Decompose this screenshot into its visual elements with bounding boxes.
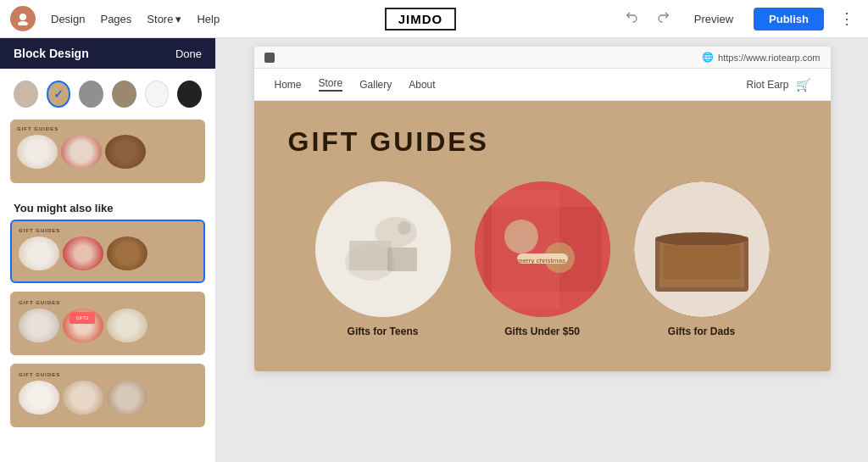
svg-text:merry christmas: merry christmas [517, 257, 565, 264]
brand-logo: JIMDO [385, 8, 457, 31]
sidebar-title: Block Design [14, 47, 89, 60]
site-nav: Home Store Gallery About Riot Earp 🛒 [254, 69, 831, 101]
url-text: https://www.riotearp.com [718, 53, 820, 63]
nav-help[interactable]: Help [197, 13, 220, 25]
sugg3-img1 [19, 381, 59, 415]
hero-title: GIFT GUIDES [288, 126, 797, 158]
browser-url-bar: 🌐 https://www.riotearp.com [702, 52, 820, 63]
sugg2-img3 [107, 309, 147, 342]
gift-circle-3 [634, 181, 770, 317]
nav-pages[interactable]: Pages [100, 13, 131, 25]
gift-label-2: Gifts Under $50 [504, 326, 580, 337]
gift-item-3: Gifts for Dads [634, 181, 770, 337]
nav-store[interactable]: Store [319, 77, 343, 92]
nav-design[interactable]: Design [51, 13, 85, 25]
svg-point-0 [19, 14, 26, 20]
top-bar-right: Preview Publish ⋮ [621, 6, 858, 31]
color-swatches: ✓ [0, 69, 215, 120]
cart-icon[interactable]: 🛒 [796, 78, 810, 92]
top-bar-left: Design Pages Store ▾ Help [10, 6, 220, 31]
sugg1-img1 [19, 237, 59, 270]
hero-section: GIFT GUIDES [254, 101, 831, 371]
gift-label-3: Gifts for Dads [668, 326, 735, 337]
thumb-title: GIFT GUIDES [17, 126, 58, 131]
swatch-tan-selected[interactable]: ✓ [47, 81, 71, 108]
publish-button[interactable]: Publish [754, 8, 824, 31]
thumb-image-3 [105, 135, 146, 169]
nav-about[interactable]: About [409, 79, 435, 91]
svg-point-6 [398, 221, 411, 235]
nav-home[interactable]: Home [275, 79, 302, 91]
circle-inner-3 [634, 181, 770, 317]
svg-point-18 [655, 232, 748, 246]
sidebar: Block Design Done ✓ GIFT GUIDES You migh… [0, 38, 216, 462]
gift-label-1: Gifts for Teens [348, 326, 419, 337]
browser-favicon [264, 53, 275, 63]
nav-right: Riot Earp 🛒 [746, 78, 810, 92]
canvas-area: 🌐 https://www.riotearp.com Home Store Ga… [216, 38, 868, 462]
sugg1-img3 [107, 237, 147, 270]
svg-point-1 [18, 21, 28, 25]
suggestion-card-3[interactable]: GIFT GUIDES [10, 364, 205, 427]
gift-item-1: Gifts for Teens [315, 181, 451, 337]
thumb-images [17, 135, 146, 169]
site-brand-name: Riot Earp [746, 79, 788, 91]
suggestion-3-images [19, 381, 147, 415]
sugg3-img3 [107, 381, 147, 415]
gift-circle-2: merry christmas [475, 181, 610, 317]
sugg3-img2 [63, 381, 103, 415]
check-icon: ✓ [53, 87, 64, 101]
suggestion-2-images: GIFTS [19, 309, 147, 342]
suggestion-card-1[interactable]: GIFT GUIDES [10, 220, 205, 283]
website-preview: 🌐 https://www.riotearp.com Home Store Ga… [254, 47, 831, 371]
globe-icon: 🌐 [702, 52, 714, 63]
swatch-white[interactable] [145, 81, 169, 108]
circle-inner-2: merry christmas [475, 181, 610, 317]
avatar[interactable] [10, 6, 36, 31]
gift-circle-1 [315, 181, 451, 317]
sidebar-header: Block Design Done [0, 38, 215, 69]
nav-links: Home Store Gallery About [275, 77, 436, 92]
sugg2-img2: GIFTS [63, 309, 103, 342]
circle-inner-1 [315, 181, 451, 317]
swatch-warm-light[interactable] [14, 81, 38, 108]
sugg2-img1 [19, 309, 59, 342]
gift-item-2: merry christmas Gifts Under $50 [475, 181, 610, 337]
sugg1-img2 [63, 237, 103, 270]
suggestion-1-title: GIFT GUIDES [19, 228, 60, 233]
svg-point-5 [375, 217, 417, 248]
main-area: Block Design Done ✓ GIFT GUIDES You migh… [0, 38, 868, 462]
you-might-like-label: You might also like [0, 193, 215, 220]
thumb-image-1 [17, 135, 58, 169]
nav-gallery[interactable]: Gallery [359, 79, 392, 91]
svg-point-11 [504, 220, 538, 253]
top-bar: Design Pages Store ▾ Help JIMDO Preview … [0, 0, 868, 38]
svg-rect-7 [387, 248, 417, 271]
suggestion-2-title: GIFT GUIDES [19, 300, 60, 305]
suggestion-card-2[interactable]: GIFT GUIDES GIFTS [10, 292, 205, 355]
suggestion-3-title: GIFT GUIDES [19, 372, 60, 377]
browser-chrome: 🌐 https://www.riotearp.com [254, 47, 831, 69]
thumb-image-2 [61, 135, 102, 169]
undo-button[interactable] [621, 7, 642, 31]
redo-button[interactable] [654, 7, 674, 31]
done-button[interactable]: Done [175, 47, 202, 60]
swatch-taupe[interactable] [112, 81, 136, 108]
nav-store[interactable]: Store ▾ [147, 13, 181, 25]
svg-rect-19 [664, 245, 740, 279]
swatch-black[interactable] [177, 81, 202, 108]
suggestion-1-images [19, 237, 147, 270]
swatch-gray[interactable] [79, 81, 103, 108]
store-chevron-icon: ▾ [175, 13, 181, 25]
more-options-button[interactable]: ⋮ [836, 6, 858, 31]
preview-button[interactable]: Preview [686, 9, 742, 29]
gift-grid: Gifts for Teens [288, 181, 797, 337]
preview-thumbnail: GIFT GUIDES [10, 120, 205, 183]
